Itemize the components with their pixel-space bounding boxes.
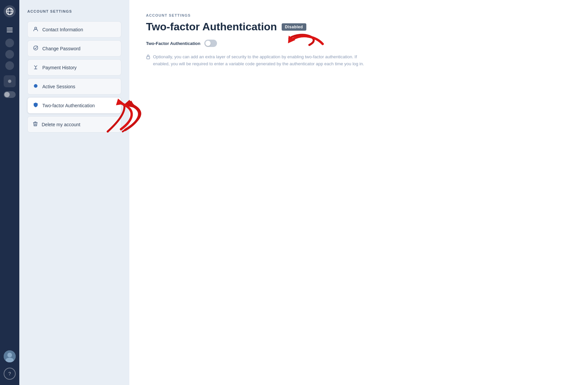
payment-icon bbox=[33, 64, 38, 71]
2fa-label: Two-factor Authentication bbox=[42, 103, 95, 108]
sidebar-item-payment[interactable]: Payment History bbox=[27, 59, 121, 76]
2fa-icon bbox=[33, 102, 38, 109]
nav-item-3[interactable] bbox=[5, 61, 14, 70]
2fa-toggle[interactable] bbox=[204, 40, 217, 47]
nav-item-4[interactable] bbox=[4, 75, 16, 87]
svg-point-7 bbox=[7, 353, 12, 357]
toggle-row: Two-Factor Authentication bbox=[146, 40, 571, 47]
nav-item-1[interactable] bbox=[5, 39, 14, 47]
main-content: ACCOUNT SETTINGS Two-factor Authenticati… bbox=[129, 0, 588, 385]
sidebar-title: ACCOUNT SETTINGS bbox=[27, 9, 121, 13]
sessions-label: Active Sessions bbox=[42, 84, 75, 89]
description-row: Optionally, you can add an extra layer o… bbox=[146, 54, 373, 68]
svg-rect-4 bbox=[7, 30, 13, 31]
delete-label: Delete my account bbox=[42, 122, 80, 127]
svg-rect-3 bbox=[7, 28, 13, 29]
lock-icon bbox=[146, 54, 150, 60]
payment-label: Payment History bbox=[42, 65, 77, 70]
nav-menu-icon[interactable] bbox=[4, 24, 16, 36]
nav-toggle-item[interactable] bbox=[4, 91, 16, 98]
svg-point-9 bbox=[35, 27, 37, 29]
sidebar-item-delete[interactable]: Delete my account bbox=[27, 116, 121, 133]
sidebar-item-sessions[interactable]: Active Sessions bbox=[27, 78, 121, 95]
sidebar-menu: Contact Information Change Password bbox=[27, 21, 121, 133]
sidebar-item-2fa[interactable]: Two-factor Authentication bbox=[27, 97, 121, 114]
sidebar-item-contact[interactable]: Contact Information bbox=[27, 21, 121, 38]
nav-item-2[interactable] bbox=[5, 50, 14, 59]
toggle-knob bbox=[205, 41, 211, 46]
breadcrumb: ACCOUNT SETTINGS bbox=[146, 13, 571, 17]
title-row: Two-factor Authentication Disabled bbox=[146, 21, 571, 33]
description-text: Optionally, you can add an extra layer o… bbox=[153, 54, 373, 68]
help-button[interactable]: ? bbox=[4, 368, 16, 380]
delete-icon bbox=[33, 121, 38, 128]
sidebar-item-password[interactable]: Change Password bbox=[27, 40, 121, 57]
contact-label: Contact Information bbox=[42, 27, 83, 32]
contact-icon bbox=[33, 26, 38, 33]
password-label: Change Password bbox=[42, 46, 80, 51]
sidebar: ACCOUNT SETTINGS Contact Information bbox=[19, 0, 129, 385]
app-nav: ? bbox=[0, 0, 19, 385]
svg-rect-12 bbox=[147, 57, 150, 59]
password-icon bbox=[33, 45, 38, 52]
user-avatar[interactable] bbox=[4, 350, 16, 362]
app-logo[interactable] bbox=[4, 5, 16, 17]
toggle-label: Two-Factor Authentication bbox=[146, 41, 200, 46]
page-title: Two-factor Authentication bbox=[146, 21, 277, 33]
svg-point-11 bbox=[34, 84, 37, 88]
sessions-icon bbox=[33, 83, 38, 90]
svg-point-10 bbox=[34, 46, 38, 50]
content-wrapper: ACCOUNT SETTINGS Contact Information bbox=[19, 0, 588, 385]
disabled-badge: Disabled bbox=[282, 23, 306, 31]
svg-rect-5 bbox=[7, 32, 13, 33]
